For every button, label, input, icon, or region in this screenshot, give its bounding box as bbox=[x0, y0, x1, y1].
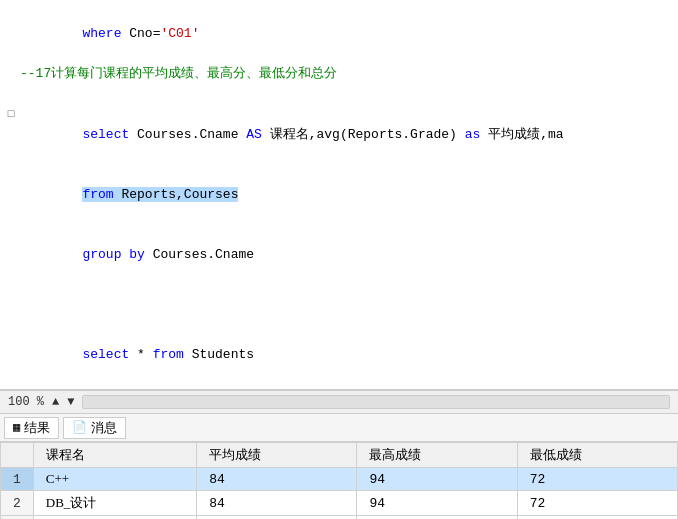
row-min: 72 bbox=[517, 516, 677, 520]
results-icon: ▦ bbox=[13, 420, 20, 435]
editor-area: where Cno='C01' --17计算每门课程的平均成绩、最高分、最低分和… bbox=[0, 0, 678, 519]
code-line-9: select * from Students bbox=[0, 325, 678, 385]
code-line-1: where Cno='C01' bbox=[0, 4, 678, 64]
row-course-name: DB_设计 bbox=[33, 491, 196, 516]
tab-messages[interactable]: 📄 消息 bbox=[63, 417, 126, 439]
col-header-max: 最高成绩 bbox=[357, 443, 517, 468]
table-row[interactable]: 3DBA设计849472 bbox=[1, 516, 678, 520]
code-line-3 bbox=[0, 84, 678, 104]
code-line-7 bbox=[0, 285, 678, 305]
zoom-triangle[interactable]: ▲ bbox=[52, 395, 59, 409]
messages-icon: 📄 bbox=[72, 420, 87, 435]
line-gutter-4: □ bbox=[4, 104, 20, 124]
row-num: 3 bbox=[1, 516, 34, 520]
code-line-4: □ select Courses.Cname AS 课程名,avg(Report… bbox=[0, 104, 678, 165]
row-min: 72 bbox=[517, 468, 677, 491]
results-table: 课程名 平均成绩 最高成绩 最低成绩 1C++8494722DB_设计84947… bbox=[0, 442, 678, 519]
collapse-icon[interactable]: □ bbox=[8, 108, 15, 120]
row-min: 72 bbox=[517, 491, 677, 516]
results-tabs: ▦ 结果 📄 消息 bbox=[0, 414, 678, 442]
code-line-6: group by Courses.Cname bbox=[0, 225, 678, 285]
line-content-4: select Courses.Cname AS 课程名,avg(Reports.… bbox=[20, 104, 674, 165]
row-avg: 84 bbox=[197, 491, 357, 516]
row-avg: 84 bbox=[197, 516, 357, 520]
results-area: ▦ 结果 📄 消息 课程名 平均成绩 最高成绩 最低成绩 1C++8494722… bbox=[0, 414, 678, 519]
line-content-5: from Reports,Courses bbox=[20, 165, 674, 225]
line-content-1: where Cno='C01' bbox=[20, 4, 674, 64]
table-row[interactable]: 1C++849472 bbox=[1, 468, 678, 491]
progress-bar bbox=[82, 395, 670, 409]
row-num: 2 bbox=[1, 491, 34, 516]
line-content-9: select * from Students bbox=[20, 325, 674, 385]
table-header-row: 课程名 平均成绩 最高成绩 最低成绩 bbox=[1, 443, 678, 468]
table-row[interactable]: 2DB_设计849472 bbox=[1, 491, 678, 516]
zoom-triangle-down[interactable]: ▼ bbox=[67, 395, 74, 409]
row-max: 94 bbox=[357, 468, 517, 491]
col-header-num bbox=[1, 443, 34, 468]
row-max: 94 bbox=[357, 491, 517, 516]
line-content-8 bbox=[20, 305, 674, 325]
tab-messages-label: 消息 bbox=[91, 419, 117, 437]
line-content-6: group by Courses.Cname bbox=[20, 225, 674, 285]
col-header-min: 最低成绩 bbox=[517, 443, 677, 468]
tab-results[interactable]: ▦ 结果 bbox=[4, 417, 59, 439]
code-line-8 bbox=[0, 305, 678, 325]
row-max: 94 bbox=[357, 516, 517, 520]
code-line-2: --17计算每门课程的平均成绩、最高分、最低分和总分 bbox=[0, 64, 678, 84]
status-bar: 100 % ▲ ▼ bbox=[0, 390, 678, 414]
row-num: 1 bbox=[1, 468, 34, 491]
line-content-2: --17计算每门课程的平均成绩、最高分、最低分和总分 bbox=[20, 64, 674, 84]
line-content-7 bbox=[20, 285, 674, 305]
col-header-avg: 平均成绩 bbox=[197, 443, 357, 468]
row-avg: 84 bbox=[197, 468, 357, 491]
line-content-3 bbox=[20, 84, 674, 104]
zoom-label: 100 % bbox=[8, 395, 44, 409]
tab-results-label: 结果 bbox=[24, 419, 50, 437]
code-line-5: from Reports,Courses bbox=[0, 165, 678, 225]
code-editor[interactable]: where Cno='C01' --17计算每门课程的平均成绩、最高分、最低分和… bbox=[0, 0, 678, 390]
col-header-name: 课程名 bbox=[33, 443, 196, 468]
row-course-name: DBA设计 bbox=[33, 516, 196, 520]
row-course-name: C++ bbox=[33, 468, 196, 491]
